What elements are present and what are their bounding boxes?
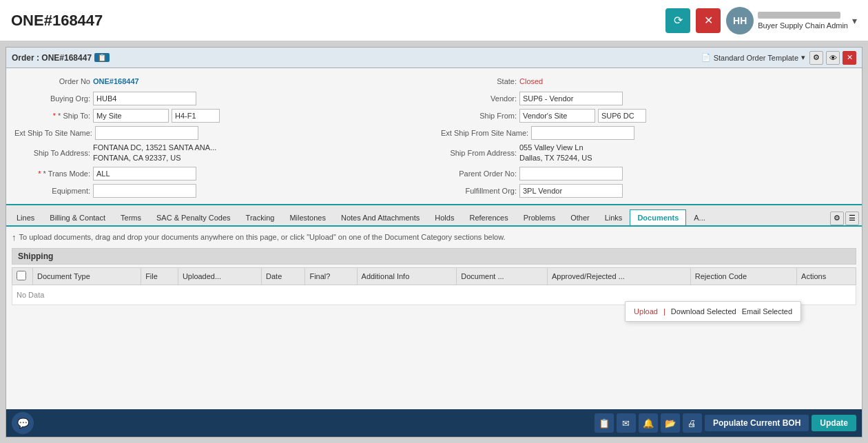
populate-boh-button[interactable]: Populate Current BOH [705,415,809,431]
template-label: Standard Order Template [714,54,798,62]
user-role: Buyer Supply Chain Admin [758,21,848,30]
template-icon: 📄 [701,53,711,62]
panel-header-icons: ⚙ 👁 ✕ [809,51,856,65]
state-row: State: Closed [441,74,854,89]
vendor-row: Vendor: [441,91,854,106]
template-selector[interactable]: 📄 Standard Order Template ▾ [701,53,805,62]
order-no-row: Order No ONE#168447 [14,74,427,89]
refresh-button[interactable]: ⟳ [665,8,690,33]
ext-ship-to-label: Ext Ship To Site Name: [14,129,92,137]
template-dropdown-icon: ▾ [801,53,805,62]
ship-to-row: * Ship To: [14,108,427,123]
bottom-print-button[interactable]: 🖨 [683,413,702,433]
order-panel: Order : ONE#168447 📋 📄 Standard Order Te… [6,47,862,437]
bottom-email-button[interactable]: ✉ [617,413,636,433]
ship-from-address-row: Ship From Address: 055 Valley View Ln Da… [441,143,854,164]
tab-lines[interactable]: Lines [9,209,42,225]
refresh-icon: ⟳ [674,14,683,27]
close-button[interactable]: ✕ [696,8,721,33]
chat-button[interactable]: 💬 [12,412,34,434]
tab-sac[interactable]: SAC & Penalty Codes [149,209,238,225]
state-label: State: [441,77,517,85]
ship-from-address-label: Ship From Address: [441,149,517,157]
bottom-bell-button[interactable]: 🔔 [639,413,658,433]
fulfillment-label: Fulfillment Org: [441,187,517,195]
table-header-approved: Approved/Rejected ... [548,267,691,285]
trans-mode-row: * Trans Mode: [14,166,427,181]
main-area: Order : ONE#168447 📋 📄 Standard Order Te… [0,41,868,443]
update-button[interactable]: Update [812,415,856,431]
tab-tracking[interactable]: Tracking [238,209,282,225]
tabs-bar: Lines Billing & Contact Terms SAC & Pena… [6,205,862,227]
buying-org-row: Buying Org: [14,91,427,106]
page-title: ONE#168447 [11,12,665,30]
shipping-section-header: Shipping [12,248,856,265]
ship-to-label: * Ship To: [14,112,90,120]
panel-eye-button[interactable]: 👁 [826,51,840,65]
top-header: ONE#168447 ⟳ ✕ HH Buyer Supply Chain Adm… [0,0,868,41]
ship-to-address-value: FONTANA DC, 13521 SANTA ANA... FONTANA, … [93,143,216,164]
parent-order-row: Parent Order No: [441,166,854,181]
ship-from-site-input[interactable] [519,109,595,123]
bottom-copy-button[interactable]: 📋 [595,413,614,433]
tab-list-button[interactable]: ☰ [845,212,859,225]
table-actions: Upload | Download Selected Email Selecte… [12,308,856,313]
tab-links[interactable]: Links [597,209,630,225]
upload-popup-email-btn[interactable]: Email Selected [742,307,792,316]
avatar: HH [726,7,754,34]
order-ref: Order : ONE#168447 📋 [12,53,110,63]
buying-org-input[interactable] [93,92,196,105]
upload-popup-sep: | [663,307,665,316]
tab-other[interactable]: Other [563,209,597,225]
user-name-blurred [758,12,840,19]
ship-to-address-row: Ship To Address: FONTANA DC, 13521 SANTA… [14,143,427,164]
ship-to-site-input[interactable] [93,109,169,123]
form-area: Order No ONE#168447 Buying Org: * Ship T… [6,68,862,205]
panel-close-button[interactable]: ✕ [843,51,856,65]
table-header-final: Final? [305,267,357,285]
tab-terms[interactable]: Terms [113,209,149,225]
ext-ship-from-input[interactable] [531,126,634,140]
tab-more[interactable]: A... [686,209,713,225]
table-header-additional: Additional Info [357,267,457,285]
fulfillment-row: Fulfillment Org: [441,183,854,198]
close-icon: ✕ [704,14,713,27]
equipment-row: Equipment: [14,183,427,198]
tab-holds[interactable]: Holds [427,209,462,225]
user-info[interactable]: HH Buyer Supply Chain Admin ▾ [726,7,857,34]
tab-milestones[interactable]: Milestones [282,209,333,225]
ship-from-row: Ship From: [441,108,854,123]
parent-order-label: Parent Order No: [441,169,517,178]
bottom-folder-button[interactable]: 📂 [661,413,680,433]
ship-to-code-input[interactable] [172,109,220,123]
table-header-uploaded: Uploaded... [178,267,261,285]
ship-from-label: Ship From: [441,112,517,120]
tab-billing[interactable]: Billing & Contact [42,209,113,225]
order-panel-header: Order : ONE#168447 📋 📄 Standard Order Te… [6,48,862,68]
order-ref-label: Order : ONE#168447 [12,53,92,63]
tab-references[interactable]: References [462,209,515,225]
fulfillment-input[interactable] [519,184,623,198]
ship-from-code-input[interactable] [598,109,646,123]
table-header-rejection: Rejection Code [690,267,796,285]
order-no-value: ONE#168447 [93,77,139,85]
panel-header-right: 📄 Standard Order Template ▾ ⚙ 👁 ✕ [701,51,856,65]
header-actions: ⟳ ✕ HH Buyer Supply Chain Admin ▾ [665,7,857,34]
trans-mode-input[interactable] [93,167,196,181]
tab-problems[interactable]: Problems [516,209,563,225]
upload-popup-download-btn[interactable]: Download Selected [671,307,736,316]
select-all-checkbox[interactable] [17,271,26,280]
upload-popup-upload-btn[interactable]: Upload [634,307,658,316]
bottom-toolbar: 💬 📋 ✉ 🔔 📂 🖨 Populate Current BOH Update [6,409,862,437]
vendor-input[interactable] [519,92,623,105]
panel-settings-button[interactable]: ⚙ [809,51,823,65]
order-ref-badge: 📋 [94,53,110,62]
tab-settings-button[interactable]: ⚙ [830,212,844,225]
parent-order-input[interactable] [519,167,623,181]
user-dropdown-arrow[interactable]: ▾ [852,15,857,26]
ext-ship-to-input[interactable] [95,126,198,140]
equipment-input[interactable] [93,184,196,198]
ext-ship-from-label: Ext Ship From Site Name: [441,129,528,137]
tab-notes[interactable]: Notes And Attachments [333,209,427,225]
tab-documents[interactable]: Documents [630,209,686,227]
